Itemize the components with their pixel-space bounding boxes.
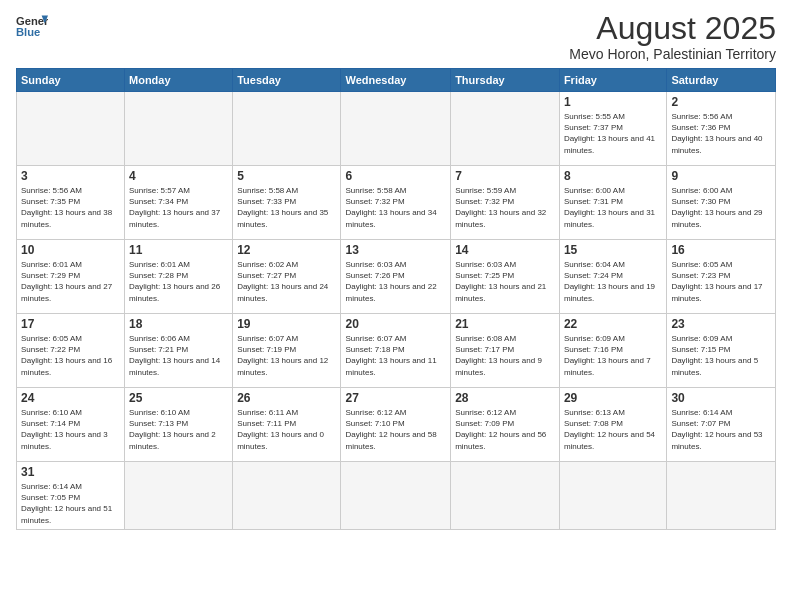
day-number: 17	[21, 317, 120, 331]
table-row	[125, 462, 233, 530]
day-number: 14	[455, 243, 555, 257]
svg-text:Blue: Blue	[16, 26, 40, 38]
day-info: Sunrise: 6:14 AM Sunset: 7:07 PM Dayligh…	[671, 407, 771, 452]
table-row: 19Sunrise: 6:07 AM Sunset: 7:19 PM Dayli…	[233, 314, 341, 388]
day-number: 12	[237, 243, 336, 257]
day-number: 7	[455, 169, 555, 183]
col-friday: Friday	[559, 69, 666, 92]
day-number: 1	[564, 95, 662, 109]
col-thursday: Thursday	[451, 69, 560, 92]
table-row: 5Sunrise: 5:58 AM Sunset: 7:33 PM Daylig…	[233, 166, 341, 240]
table-row: 1Sunrise: 5:55 AM Sunset: 7:37 PM Daylig…	[559, 92, 666, 166]
table-row	[341, 462, 451, 530]
day-number: 6	[345, 169, 446, 183]
table-row: 25Sunrise: 6:10 AM Sunset: 7:13 PM Dayli…	[125, 388, 233, 462]
table-row: 11Sunrise: 6:01 AM Sunset: 7:28 PM Dayli…	[125, 240, 233, 314]
day-info: Sunrise: 6:01 AM Sunset: 7:28 PM Dayligh…	[129, 259, 228, 304]
day-info: Sunrise: 6:06 AM Sunset: 7:21 PM Dayligh…	[129, 333, 228, 378]
table-row: 29Sunrise: 6:13 AM Sunset: 7:08 PM Dayli…	[559, 388, 666, 462]
table-row: 14Sunrise: 6:03 AM Sunset: 7:25 PM Dayli…	[451, 240, 560, 314]
calendar-table: Sunday Monday Tuesday Wednesday Thursday…	[16, 68, 776, 530]
table-row: 9Sunrise: 6:00 AM Sunset: 7:30 PM Daylig…	[667, 166, 776, 240]
calendar-week-row: 1Sunrise: 5:55 AM Sunset: 7:37 PM Daylig…	[17, 92, 776, 166]
title-area: August 2025 Mevo Horon, Palestinian Terr…	[569, 12, 776, 62]
table-row: 20Sunrise: 6:07 AM Sunset: 7:18 PM Dayli…	[341, 314, 451, 388]
day-info: Sunrise: 6:00 AM Sunset: 7:30 PM Dayligh…	[671, 185, 771, 230]
day-info: Sunrise: 6:10 AM Sunset: 7:14 PM Dayligh…	[21, 407, 120, 452]
table-row: 27Sunrise: 6:12 AM Sunset: 7:10 PM Dayli…	[341, 388, 451, 462]
logo: General Blue	[16, 12, 48, 40]
day-number: 18	[129, 317, 228, 331]
day-info: Sunrise: 6:03 AM Sunset: 7:25 PM Dayligh…	[455, 259, 555, 304]
col-saturday: Saturday	[667, 69, 776, 92]
calendar-header-row: Sunday Monday Tuesday Wednesday Thursday…	[17, 69, 776, 92]
day-number: 19	[237, 317, 336, 331]
day-number: 21	[455, 317, 555, 331]
day-info: Sunrise: 6:14 AM Sunset: 7:05 PM Dayligh…	[21, 481, 120, 526]
table-row: 31Sunrise: 6:14 AM Sunset: 7:05 PM Dayli…	[17, 462, 125, 530]
day-info: Sunrise: 6:09 AM Sunset: 7:15 PM Dayligh…	[671, 333, 771, 378]
day-info: Sunrise: 6:00 AM Sunset: 7:31 PM Dayligh…	[564, 185, 662, 230]
day-info: Sunrise: 6:03 AM Sunset: 7:26 PM Dayligh…	[345, 259, 446, 304]
day-info: Sunrise: 5:57 AM Sunset: 7:34 PM Dayligh…	[129, 185, 228, 230]
day-info: Sunrise: 6:07 AM Sunset: 7:18 PM Dayligh…	[345, 333, 446, 378]
day-info: Sunrise: 5:55 AM Sunset: 7:37 PM Dayligh…	[564, 111, 662, 156]
day-info: Sunrise: 6:09 AM Sunset: 7:16 PM Dayligh…	[564, 333, 662, 378]
table-row: 21Sunrise: 6:08 AM Sunset: 7:17 PM Dayli…	[451, 314, 560, 388]
day-info: Sunrise: 6:01 AM Sunset: 7:29 PM Dayligh…	[21, 259, 120, 304]
day-number: 8	[564, 169, 662, 183]
table-row: 3Sunrise: 5:56 AM Sunset: 7:35 PM Daylig…	[17, 166, 125, 240]
table-row: 28Sunrise: 6:12 AM Sunset: 7:09 PM Dayli…	[451, 388, 560, 462]
table-row: 10Sunrise: 6:01 AM Sunset: 7:29 PM Dayli…	[17, 240, 125, 314]
day-info: Sunrise: 5:59 AM Sunset: 7:32 PM Dayligh…	[455, 185, 555, 230]
day-info: Sunrise: 5:56 AM Sunset: 7:35 PM Dayligh…	[21, 185, 120, 230]
day-info: Sunrise: 6:12 AM Sunset: 7:09 PM Dayligh…	[455, 407, 555, 452]
day-number: 10	[21, 243, 120, 257]
day-number: 13	[345, 243, 446, 257]
table-row: 4Sunrise: 5:57 AM Sunset: 7:34 PM Daylig…	[125, 166, 233, 240]
table-row	[451, 92, 560, 166]
day-number: 25	[129, 391, 228, 405]
table-row	[341, 92, 451, 166]
day-number: 31	[21, 465, 120, 479]
day-number: 27	[345, 391, 446, 405]
table-row	[17, 92, 125, 166]
day-number: 28	[455, 391, 555, 405]
day-info: Sunrise: 5:58 AM Sunset: 7:32 PM Dayligh…	[345, 185, 446, 230]
day-info: Sunrise: 6:05 AM Sunset: 7:22 PM Dayligh…	[21, 333, 120, 378]
col-tuesday: Tuesday	[233, 69, 341, 92]
table-row: 2Sunrise: 5:56 AM Sunset: 7:36 PM Daylig…	[667, 92, 776, 166]
col-sunday: Sunday	[17, 69, 125, 92]
day-number: 15	[564, 243, 662, 257]
day-number: 9	[671, 169, 771, 183]
day-number: 20	[345, 317, 446, 331]
day-info: Sunrise: 6:02 AM Sunset: 7:27 PM Dayligh…	[237, 259, 336, 304]
table-row: 30Sunrise: 6:14 AM Sunset: 7:07 PM Dayli…	[667, 388, 776, 462]
day-info: Sunrise: 6:12 AM Sunset: 7:10 PM Dayligh…	[345, 407, 446, 452]
table-row: 15Sunrise: 6:04 AM Sunset: 7:24 PM Dayli…	[559, 240, 666, 314]
table-row: 16Sunrise: 6:05 AM Sunset: 7:23 PM Dayli…	[667, 240, 776, 314]
table-row	[125, 92, 233, 166]
day-number: 11	[129, 243, 228, 257]
day-number: 5	[237, 169, 336, 183]
table-row: 12Sunrise: 6:02 AM Sunset: 7:27 PM Dayli…	[233, 240, 341, 314]
day-number: 30	[671, 391, 771, 405]
day-number: 22	[564, 317, 662, 331]
table-row: 8Sunrise: 6:00 AM Sunset: 7:31 PM Daylig…	[559, 166, 666, 240]
table-row: 23Sunrise: 6:09 AM Sunset: 7:15 PM Dayli…	[667, 314, 776, 388]
day-number: 3	[21, 169, 120, 183]
page-header: General Blue August 2025 Mevo Horon, Pal…	[16, 12, 776, 62]
table-row: 17Sunrise: 6:05 AM Sunset: 7:22 PM Dayli…	[17, 314, 125, 388]
day-info: Sunrise: 5:56 AM Sunset: 7:36 PM Dayligh…	[671, 111, 771, 156]
day-number: 24	[21, 391, 120, 405]
day-info: Sunrise: 5:58 AM Sunset: 7:33 PM Dayligh…	[237, 185, 336, 230]
table-row	[233, 462, 341, 530]
day-number: 2	[671, 95, 771, 109]
table-row	[667, 462, 776, 530]
day-info: Sunrise: 6:10 AM Sunset: 7:13 PM Dayligh…	[129, 407, 228, 452]
day-info: Sunrise: 6:13 AM Sunset: 7:08 PM Dayligh…	[564, 407, 662, 452]
day-info: Sunrise: 6:07 AM Sunset: 7:19 PM Dayligh…	[237, 333, 336, 378]
table-row	[451, 462, 560, 530]
table-row: 22Sunrise: 6:09 AM Sunset: 7:16 PM Dayli…	[559, 314, 666, 388]
table-row	[559, 462, 666, 530]
